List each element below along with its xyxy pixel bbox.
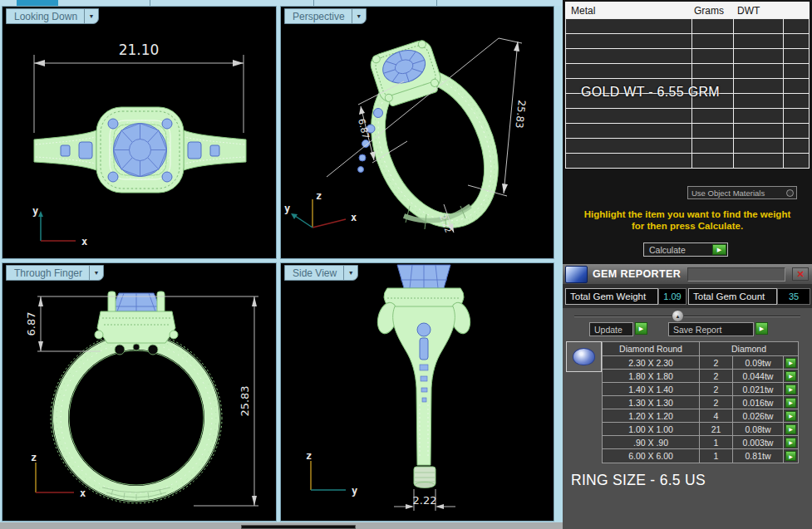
chevron-down-icon[interactable]: ▼ [343, 266, 357, 280]
dim-text-head: 6.87 [356, 118, 372, 140]
metal-row[interactable] [566, 154, 810, 169]
gem-weight: 0.09tw [733, 356, 784, 369]
tab-separator [313, 0, 314, 6]
ring-band [51, 332, 222, 503]
gem-reporter-titlebar[interactable]: GEM REPORTER ✕ [563, 264, 812, 285]
row-play-icon[interactable]: ▶ [785, 424, 796, 434]
gem-row[interactable]: 2.30 X 2.30 2 0.09tw ▶ [603, 356, 798, 370]
gem-count: 2 [700, 370, 733, 382]
metal-row[interactable] [566, 19, 810, 34]
active-tab-indicator[interactable] [17, 0, 58, 6]
close-icon[interactable]: ✕ [792, 267, 809, 281]
axis-z-label: z [31, 452, 37, 463]
metal-row[interactable] [566, 124, 810, 139]
axis-y-label: y [284, 203, 290, 214]
dim-text-head: 6.87 [25, 312, 37, 336]
instruction-line-2: for then press Calculate. [563, 220, 812, 232]
ring-front-view-drawing: 6.87 25.83 z x [2, 263, 276, 521]
chevron-down-icon[interactable]: ▼ [352, 9, 366, 23]
gem-reporter-title: GEM REPORTER [593, 268, 681, 280]
row-play-icon[interactable]: ▶ [785, 398, 796, 408]
instruction-text: Highlight the item you want to find the … [563, 208, 812, 232]
row-play-icon[interactable]: ▶ [785, 358, 796, 368]
gem-weight: 0.044tw [733, 370, 784, 382]
row-play-icon[interactable]: ▶ [785, 438, 796, 448]
viewport-label-through-finger[interactable]: Through Finger ▼ [6, 265, 104, 281]
gem-row[interactable]: 1.30 X 1.30 2 0.016tw ▶ [603, 396, 798, 409]
gem-row[interactable]: 1.40 X 1.40 2 0.021tw ▶ [603, 383, 798, 396]
axis-y-label: y [352, 485, 357, 497]
gem-size: 1.00 X 1.00 [603, 423, 700, 435]
collapse-toggle[interactable]: ▲ [672, 310, 684, 322]
viewport-label-side-view[interactable]: Side View ▼ [284, 265, 358, 281]
gem-col2-header: Diamond [700, 342, 798, 355]
ring-shank [375, 301, 474, 488]
viewport-perspective[interactable]: Perspective ▼ [280, 6, 554, 259]
gem-stone-thumbnail[interactable] [566, 341, 602, 372]
command-area[interactable] [241, 525, 356, 529]
gem-row[interactable]: 1.20 X 1.20 4 0.026tw ▶ [603, 409, 798, 423]
viewport-area: Looking Down ▼ 21.10 [0, 0, 563, 529]
gem-row[interactable]: .90 X .90 1 0.003tw ▶ [603, 436, 798, 449]
total-gem-count-label: Total Gem Count [688, 288, 777, 305]
panel-divider [574, 316, 800, 317]
use-object-materials-label: Use Object Materials [691, 189, 765, 198]
row-play-icon[interactable]: ▶ [785, 451, 796, 461]
dim-text-height: 25.83 [513, 100, 528, 130]
viewport-label-text: Perspective [285, 9, 352, 23]
gem-row[interactable]: 1.00 X 1.00 21 0.08tw ▶ [603, 423, 798, 436]
row-play-icon[interactable]: ▶ [785, 411, 796, 421]
update-play-icon[interactable]: ▶ [635, 322, 647, 335]
gem-table: Diamond Round Diamond 2.30 X 2.30 2 0.09… [602, 341, 799, 463]
gem-col1-header: Diamond Round [603, 342, 700, 355]
viewport-looking-down[interactable]: Looking Down ▼ 21.10 [2, 6, 277, 259]
tab-separator [150, 0, 150, 6]
chevron-down-icon[interactable]: ▼ [84, 9, 98, 23]
viewport-label-looking-down[interactable]: Looking Down ▼ [6, 8, 99, 24]
gem-row[interactable]: 1.80 X 1.80 2 0.044tw ▶ [603, 370, 798, 383]
metal-row[interactable] [566, 64, 810, 79]
metal-table-header: Metal Grams DWT [565, 2, 810, 18]
axis-y-label: y [32, 205, 38, 217]
metal-row[interactable] [566, 49, 810, 64]
viewport-side-view[interactable]: Side View ▼ [280, 262, 554, 522]
gem-size: 6.00 X 6.00 [603, 449, 700, 463]
axis-indicator: z x y [284, 190, 357, 228]
gem-weight: 0.08tw [733, 423, 784, 435]
bottom-bar [0, 522, 563, 529]
viewport-through-finger[interactable]: Through Finger ▼ [2, 262, 277, 522]
gem-weight: 0.003tw [733, 436, 784, 448]
row-play-icon[interactable]: ▶ [785, 385, 796, 394]
play-icon[interactable]: ▶ [712, 244, 726, 255]
gem-size: 1.20 X 1.20 [603, 409, 700, 422]
gem-count: 2 [700, 396, 733, 409]
column-header-grams: Grams [692, 5, 734, 17]
gem-count: 4 [700, 409, 733, 422]
instruction-line-1: Highlight the item you want to find the … [563, 208, 812, 220]
metal-row[interactable] [566, 139, 810, 154]
metal-row[interactable] [566, 109, 810, 124]
metal-row[interactable] [566, 34, 810, 49]
radio-icon[interactable] [786, 189, 794, 197]
calculate-button[interactable]: Calculate ▶ [643, 242, 728, 257]
ring-head [96, 107, 184, 193]
ring-size-text: RING SIZE - 6.5 US [571, 472, 706, 489]
gem-size: 1.40 X 1.40 [603, 383, 700, 395]
save-report-play-icon[interactable]: ▶ [755, 322, 768, 335]
viewport-label-perspective[interactable]: Perspective ▼ [284, 8, 367, 24]
gem-row[interactable]: 6.00 X 6.00 1 0.81tw ▶ [603, 449, 798, 463]
gem-weight: 0.026tw [733, 409, 784, 422]
gem-reporter-icon [565, 266, 588, 283]
axis-indicator: z y [306, 450, 357, 497]
gem-count: 1 [700, 449, 733, 463]
update-button[interactable]: Update [589, 322, 633, 336]
gem-weight: 0.81tw [733, 449, 784, 463]
use-object-materials-toggle[interactable]: Use Object Materials [687, 186, 797, 199]
save-report-button[interactable]: Save Report [668, 322, 754, 336]
row-play-icon[interactable]: ▶ [785, 371, 796, 381]
chevron-down-icon[interactable]: ▼ [89, 266, 103, 280]
gem-size: 1.30 X 1.30 [603, 396, 700, 409]
toolbar-tab-strip [0, 0, 563, 6]
dim-text-width: 2.22 [413, 494, 437, 507]
viewport-label-text: Through Finger [7, 266, 89, 280]
